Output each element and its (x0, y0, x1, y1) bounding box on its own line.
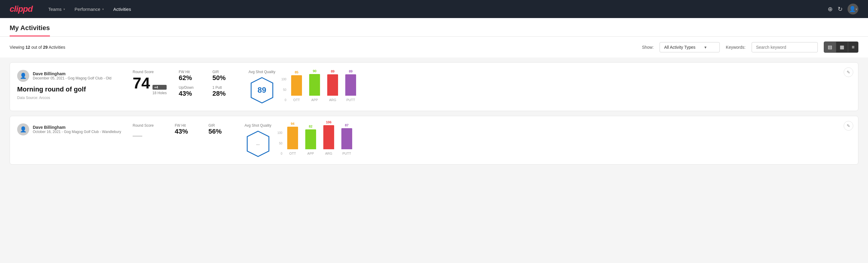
round-score-group: Round Score 74 +4 18 Holes (133, 70, 166, 97)
round-score-label: Round Score (133, 70, 166, 74)
app-value: 90 (313, 69, 316, 73)
chart-ylabels: 100 50 0 (277, 131, 282, 155)
user-info: 👤 Dave Billingham December 05, 2021 - Go… (17, 70, 125, 82)
chart-bar-app: 82 (305, 129, 316, 149)
shot-quality-hexagon: Avg Shot Quality ... (245, 123, 271, 157)
gir-label: GIR (209, 123, 232, 127)
fw-hit-stat: FW Hit 62% (179, 70, 203, 82)
activity-card: ✎ 👤 Dave Billingham October 16, 2021 - G… (10, 116, 858, 165)
chart-col-ott: 94 OTT (284, 125, 302, 155)
user-date: December 05, 2021 - Gog Magog Golf Club … (33, 76, 111, 80)
putt-label: PUTT (342, 152, 351, 155)
header: clippd Teams ▾ Performance ▾ Activities … (0, 0, 868, 18)
keywords-label: Keywords: (726, 45, 745, 50)
chart-bar-wrap-arg: 89 (327, 71, 338, 96)
app-label: APP (307, 152, 314, 155)
fw-hit-label: FW Hit (179, 70, 203, 74)
grid-view-button[interactable]: ▦ (836, 42, 848, 52)
user-name: Dave Billingham (33, 71, 111, 76)
list-view-icon: ▤ (828, 44, 832, 50)
add-circle-icon[interactable]: ⊕ (828, 5, 833, 12)
ylabel-100: 100 (277, 131, 282, 135)
compact-view-button[interactable]: ≡ (848, 42, 858, 52)
user-icon: 👤 (20, 72, 27, 79)
card-left: 👤 Dave Billingham December 05, 2021 - Go… (17, 70, 125, 100)
app-value: 82 (309, 124, 312, 128)
shot-quality-value: 89 (257, 85, 266, 95)
search-input[interactable] (752, 42, 818, 52)
edit-button[interactable]: ✎ (844, 121, 853, 130)
grid-view-icon: ▦ (840, 44, 844, 50)
chart-ylabels: 100 50 0 (281, 78, 286, 102)
nav-teams-label: Teams (48, 7, 61, 12)
nav-performance[interactable]: Performance ▾ (71, 4, 107, 14)
avg-shot-quality: Avg Shot Quality ... 100 50 0 (245, 123, 356, 157)
activities-container: ✎ 👤 Dave Billingham December 05, 2021 - … (0, 62, 868, 165)
ylabel-50: 50 (279, 142, 282, 145)
one-putt-value: 28% (212, 90, 237, 97)
avg-shot-quality-label: Avg Shot Quality (248, 70, 275, 74)
fw-gir-pair: FW Hit 43% GIR 56% (175, 123, 232, 136)
nav-activities[interactable]: Activities (110, 4, 135, 14)
arg-value: 89 (331, 69, 335, 73)
shot-quality-chart: 100 50 0 94 OTT (277, 125, 356, 155)
card-stats: Round Score — FW Hit 43% GIR 56% (133, 123, 851, 157)
updown-value: 43% (179, 90, 203, 97)
secondary-stats: FW Hit 43% GIR 56% (175, 123, 232, 136)
nav-activities-label: Activities (114, 7, 131, 12)
hexagon-shape: 89 (250, 77, 274, 104)
list-view-button[interactable]: ▤ (824, 42, 836, 52)
refresh-icon[interactable]: ↻ (838, 5, 843, 12)
gir-label: GIR (212, 70, 237, 74)
arg-label: ARG (329, 98, 336, 102)
chart-bar-wrap-putt: 87 (341, 125, 352, 149)
fw-hit-value: 62% (179, 74, 203, 82)
one-putt-stat: 1 Putt 28% (212, 85, 237, 97)
shot-quality-chart: 100 50 0 85 (281, 71, 360, 102)
nav-teams[interactable]: Teams ▾ (44, 4, 68, 14)
hexagon-shape: ... (246, 130, 270, 157)
chart-col-putt: 89 PUTT (342, 71, 360, 102)
user-avatar-button[interactable]: 👤 ▾ (847, 4, 858, 14)
nav-performance-label: Performance (74, 7, 100, 12)
arg-value: 106 (326, 120, 332, 124)
fw-hit-value: 43% (175, 127, 199, 136)
user-icon: 👤 (20, 126, 27, 133)
chart-with-labels: 100 50 0 85 (281, 71, 360, 102)
putt-value: 89 (349, 69, 352, 73)
activity-type-dropdown[interactable]: All Activity Types ▾ (659, 42, 720, 52)
chevron-down-icon: ▾ (102, 7, 104, 11)
viewing-text: Viewing 12 out of 29 Activities (10, 45, 65, 50)
gir-stat: GIR 56% (209, 123, 232, 136)
avatar: 👤 (17, 123, 29, 136)
activity-card: ✎ 👤 Dave Billingham December 05, 2021 - … (10, 62, 858, 111)
fw-hit-label: FW Hit (175, 123, 199, 127)
header-right: ⊕ ↻ 👤 ▾ (828, 4, 858, 14)
gir-stat: GIR 50% (212, 70, 237, 82)
card-stats: Round Score 74 +4 18 Holes FW Hit 62% (133, 70, 851, 104)
chart-col-arg: 89 ARG (323, 71, 342, 102)
chart-bar-wrap-putt: 89 (345, 71, 356, 96)
chevron-down-icon: ▾ (63, 7, 65, 11)
show-label: Show: (642, 45, 654, 50)
page-title: My Activities (10, 18, 50, 36)
chart-with-labels: 100 50 0 94 OTT (277, 125, 356, 155)
ott-value: 85 (295, 70, 298, 74)
gir-value: 50% (212, 74, 237, 82)
filters-bar: Viewing 12 out of 29 Activities Show: Al… (0, 37, 868, 57)
chart-col-putt: 87 PUTT (338, 125, 356, 155)
view-toggle-group: ▤ ▦ ≡ (824, 41, 858, 53)
edit-button[interactable]: ✎ (844, 67, 853, 77)
nav: Teams ▾ Performance ▾ Activities (44, 4, 134, 14)
chart-bar-wrap-ott: 94 (287, 125, 298, 149)
compact-view-icon: ≡ (852, 45, 855, 50)
ylabel-50: 50 (283, 88, 286, 91)
user-chevron-icon: ▾ (856, 7, 857, 11)
card-left: 👤 Dave Billingham October 16, 2021 - Gog… (17, 123, 125, 138)
logo[interactable]: clippd (10, 4, 32, 14)
round-score-value: 74 (133, 75, 150, 91)
chart-bar-wrap-ott: 85 (291, 71, 302, 96)
secondary-stats: FW Hit 62% GIR 50% Up/Down 43% 1 Putt (179, 70, 237, 97)
header-left: clippd Teams ▾ Performance ▾ Activities (10, 4, 135, 14)
chart-bar-ott: 94 (287, 127, 298, 149)
